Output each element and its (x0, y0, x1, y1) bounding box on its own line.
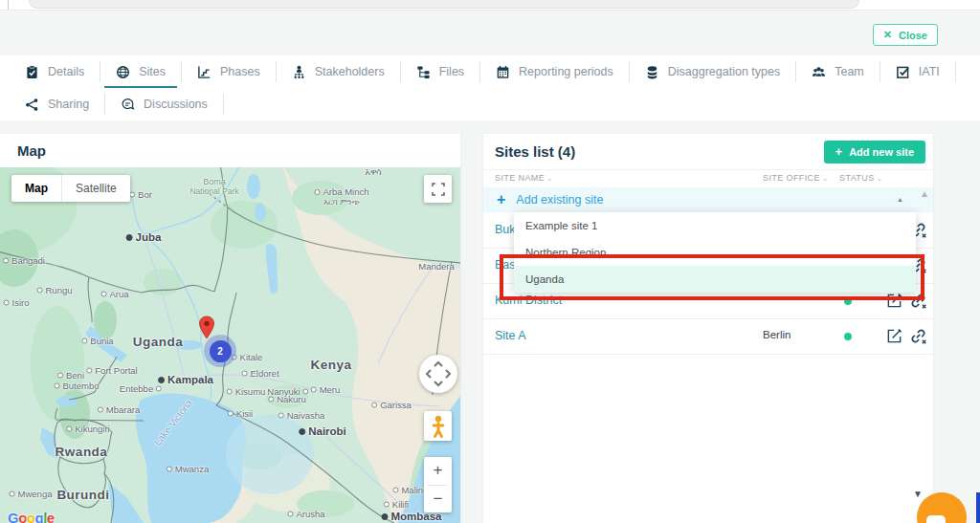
tab-label: Sharing (48, 98, 89, 111)
top-strip-bar (29, 0, 859, 9)
team-icon (812, 65, 826, 79)
map-panel: Map (0, 134, 460, 523)
sort-caret-icon: ⌄ (877, 174, 883, 183)
plus-icon: + (497, 191, 505, 208)
map-type-control: Map Satellite (11, 175, 130, 202)
tab-divider (955, 61, 956, 82)
column-header-site-name[interactable]: SITE NAME⌄ (495, 173, 553, 183)
sites-panel-header: Sites list (4) + Add new site (483, 134, 933, 169)
close-button[interactable]: ✕ Close (873, 24, 938, 46)
sites-list-title: Sites list (4) (495, 143, 575, 160)
map-panel-title: Map (0, 134, 460, 167)
blue-edge-sliver (976, 492, 980, 523)
clipboard-icon (25, 65, 39, 79)
tab-label: Reporting periods (519, 65, 613, 78)
dropdown-option-example-site-1[interactable]: Example site 1 (514, 212, 916, 239)
tab-phases[interactable]: Phases (182, 55, 276, 88)
status-dot (844, 333, 852, 340)
status-dot (844, 297, 852, 305)
top-strip (0, 0, 980, 11)
column-header-site-office[interactable]: SITE OFFICE⌄ (763, 173, 829, 183)
sort-caret-icon: ⌄ (546, 174, 553, 183)
unlink-icon[interactable] (909, 292, 927, 310)
database-icon (645, 65, 659, 79)
map-cluster-marker[interactable]: 2 (204, 335, 236, 367)
zoom-control: + − (424, 457, 452, 512)
steps-icon (197, 65, 212, 79)
zoom-in-button[interactable]: + (424, 457, 452, 485)
column-header-status[interactable]: STATUS⌄ (839, 173, 883, 183)
site-row-site-a: Site ABerlin (483, 318, 933, 355)
plus-icon: + (835, 144, 843, 159)
map-type-satellite-button[interactable]: Satellite (62, 182, 130, 195)
add-existing-site-row[interactable]: + Add existing site ▲ (483, 187, 933, 212)
tab-bar: DetailsSitesPhasesStakeholdersFilesRepor… (0, 55, 980, 120)
map-cluster-count: 2 (210, 340, 232, 362)
tab-sharing[interactable]: Sharing (10, 88, 104, 120)
site-office: Berlin (763, 329, 791, 340)
sites-panel: Sites list (4) + Add new site SITE NAME⌄… (483, 134, 933, 523)
tab-disaggregation-types[interactable]: Disaggregation types (630, 55, 795, 88)
tab-label: Files (439, 65, 464, 78)
tab-label: Details (48, 65, 84, 78)
tab-iati[interactable]: IATI (880, 55, 955, 88)
site-name-link[interactable]: Site A (495, 329, 526, 342)
tab-sites[interactable]: Sites (100, 55, 181, 88)
app-screen: ✕ Close DetailsSitesPhasesStakeholdersFi… (0, 0, 980, 523)
pegman-icon (431, 415, 446, 438)
tab-label: IATI (919, 65, 940, 78)
top-strip-tick (8, 0, 9, 10)
org-person-icon (292, 65, 306, 79)
table-header-row: SITE NAME⌄SITE OFFICE⌄STATUS⌄ (483, 169, 933, 188)
add-existing-site-label: Add existing site (516, 193, 603, 207)
globe-icon (116, 65, 130, 79)
tab-discussions[interactable]: Discussions (105, 88, 223, 120)
calendar-icon (496, 65, 510, 79)
tab-stakeholders[interactable]: Stakeholders (277, 55, 400, 88)
edit-icon[interactable] (886, 328, 902, 344)
pegman-button[interactable] (424, 411, 452, 441)
tab-row-1: DetailsSitesPhasesStakeholdersFilesRepor… (0, 55, 980, 88)
zoom-out-button[interactable]: − (424, 486, 452, 513)
tab-divider (223, 94, 224, 115)
tab-label: Disaggregation types (668, 65, 780, 78)
close-icon: ✕ (883, 29, 892, 41)
dropdown-option-uganda[interactable]: Uganda (514, 266, 916, 293)
add-new-site-button[interactable]: + Add new site (824, 141, 925, 163)
checkbox-icon (896, 65, 910, 79)
folder-tree-icon (416, 65, 431, 79)
tab-details[interactable]: Details (10, 55, 100, 88)
scroll-down-arrow[interactable]: ▼ (913, 489, 923, 499)
fullscreen-icon (432, 183, 445, 196)
chevron-up-icon[interactable]: ▲ (897, 196, 903, 203)
tab-label: Sites (139, 65, 166, 78)
dropdown-option-northern-region[interactable]: Northern Region (514, 239, 916, 266)
chat-bubble-icon (121, 98, 135, 112)
google-map[interactable]: UgandaKenyaRwandaBurundiJubaKampalaNairo… (0, 167, 460, 523)
tab-reporting-periods[interactable]: Reporting periods (480, 55, 629, 88)
sort-caret-icon: ⌄ (822, 174, 829, 183)
existing-sites-dropdown: Example site 1Northern RegionUganda (514, 212, 916, 293)
pan-control[interactable] (419, 355, 457, 393)
fullscreen-button[interactable] (424, 175, 452, 203)
tab-files[interactable]: Files (401, 55, 479, 88)
unlink-icon[interactable] (909, 327, 927, 345)
share-icon (25, 98, 39, 112)
tab-team[interactable]: Team (796, 55, 880, 88)
map-type-map-button[interactable]: Map (11, 182, 61, 195)
close-button-label: Close (899, 30, 927, 41)
tab-label: Phases (220, 65, 260, 78)
pan-arrows-icon (419, 355, 457, 393)
tab-row-2: SharingDiscussions (0, 88, 980, 120)
scroll-up-arrow[interactable]: ▲ (920, 188, 929, 199)
site-name-link[interactable]: Kumi District (495, 294, 562, 307)
add-new-site-label: Add new site (849, 146, 914, 158)
edit-icon[interactable] (886, 293, 902, 309)
tab-label: Stakeholders (315, 65, 385, 78)
tab-label: Discussions (144, 98, 208, 111)
tab-label: Team (835, 65, 864, 78)
